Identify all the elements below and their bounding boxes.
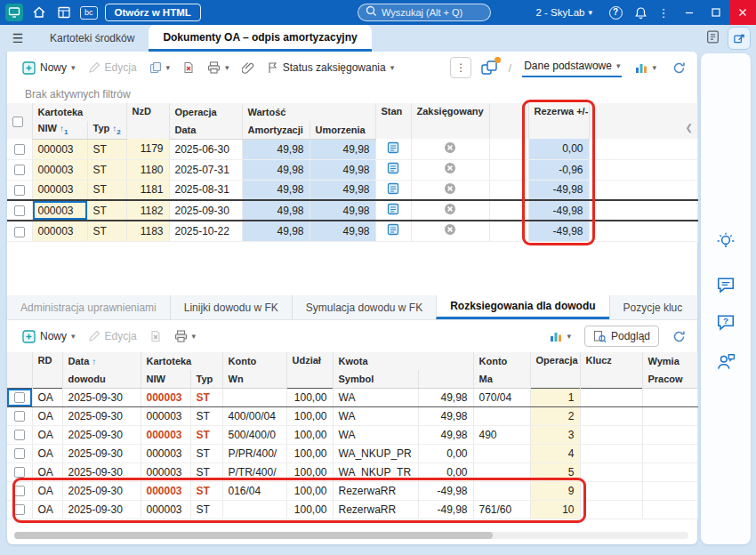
col-kartoteka[interactable]: Kartoteka xyxy=(141,352,222,370)
contact-person-icon[interactable] xyxy=(716,352,736,372)
cell-amortyzacji[interactable]: 49,98 xyxy=(242,180,310,200)
cell-amortyzacji[interactable]: 49,98 xyxy=(242,139,310,159)
cell-kwota[interactable]: 49,98 xyxy=(418,388,473,406)
row-checkbox[interactable] xyxy=(14,467,25,478)
workflow-button[interactable] xyxy=(481,60,498,76)
cell-konto-ma[interactable]: 490 xyxy=(473,425,530,444)
col-konto-wn[interactable]: Konto xyxy=(222,352,286,370)
cell-symbol[interactable]: RezerwaRR xyxy=(333,481,418,500)
col-umorzenia[interactable]: Umorzenia xyxy=(310,121,375,139)
cell-klucz[interactable] xyxy=(580,444,642,462)
bc-icon[interactable]: bc xyxy=(80,6,98,20)
detail-refresh-button[interactable] xyxy=(670,325,688,348)
help-chat-icon[interactable]: ? xyxy=(716,313,736,333)
hamburger-menu-icon[interactable]: ☰ xyxy=(0,25,36,52)
new-button[interactable]: Nowy ▾ xyxy=(16,56,82,79)
preview-button[interactable]: Podgląd xyxy=(584,326,659,347)
chat-icon[interactable] xyxy=(716,276,736,295)
cell-klucz[interactable] xyxy=(580,462,642,481)
tab-administracja-uprawnieniami[interactable]: Administracja uprawnieniami xyxy=(7,295,170,319)
cell-klucz[interactable] xyxy=(580,481,642,500)
cell-niw[interactable]: 000003 xyxy=(141,500,190,519)
help-icon[interactable]: ? xyxy=(605,2,626,23)
search-input[interactable] xyxy=(382,7,481,18)
cell-niw[interactable]: 000003 xyxy=(32,200,87,221)
cell-data-dowodu[interactable]: 2025-09-30 xyxy=(62,406,141,425)
cell-rd[interactable]: OA xyxy=(32,444,62,462)
cell-stan[interactable] xyxy=(375,180,411,200)
col-pracownik[interactable]: Pracow xyxy=(642,370,697,388)
tab-linijki-dowodu-fk[interactable]: Linijki dowodu w FK xyxy=(170,295,292,319)
cell-konto-wn[interactable] xyxy=(222,500,286,519)
cell-kwota[interactable]: 0,00 xyxy=(418,462,473,481)
tab-pozycje-klucza[interactable]: Pozycje kluc xyxy=(609,295,696,319)
cell-udzial[interactable]: 100,00 xyxy=(286,388,333,406)
cell-operacja[interactable]: 2 xyxy=(530,406,580,425)
refresh-button[interactable] xyxy=(670,56,688,79)
tab-symulacja-dowodu-fk[interactable]: Symulacja dowodu w FK xyxy=(292,295,436,319)
col-data[interactable]: Data xyxy=(169,121,242,139)
user-menu[interactable]: 2 - SkyLab ▾ xyxy=(535,7,592,18)
cell-rezerwa[interactable]: -0,96 xyxy=(528,159,589,180)
cell-udzial[interactable]: 100,00 xyxy=(286,462,333,481)
cell-umorzenia[interactable]: 49,98 xyxy=(310,180,375,200)
cell-symbol[interactable]: WA xyxy=(333,406,418,425)
copy-button[interactable]: ▾ xyxy=(143,56,177,79)
cell-zaksiegowany[interactable] xyxy=(411,221,489,241)
cell-klucz[interactable] xyxy=(580,406,642,425)
row-checkbox[interactable] xyxy=(14,392,25,403)
cell-typ[interactable]: ST xyxy=(190,406,222,425)
row-checkbox[interactable] xyxy=(14,504,25,515)
share-panel-button[interactable] xyxy=(728,27,751,50)
col-stan[interactable]: Stan xyxy=(375,103,411,139)
cell-typ[interactable]: ST xyxy=(87,200,126,221)
more-actions-button[interactable]: ⋮ xyxy=(450,57,471,78)
col-niw[interactable]: NIW xyxy=(141,370,190,388)
cell-niw[interactable]: 000003 xyxy=(141,388,190,406)
print-button[interactable]: ▾ xyxy=(201,56,236,79)
cell-data[interactable]: 2025-06-30 xyxy=(169,139,242,159)
document-row[interactable]: 000003ST11832025-10-2249,9849,98-49,98 xyxy=(7,221,697,241)
col-nzd[interactable]: NzD xyxy=(126,103,169,139)
cell-niw[interactable]: 000003 xyxy=(32,159,87,180)
cell-typ[interactable]: ST xyxy=(87,221,126,241)
col-rd[interactable]: RD xyxy=(32,352,62,388)
app-logo[interactable] xyxy=(4,2,25,23)
cell-data-dowodu[interactable]: 2025-09-30 xyxy=(62,425,141,444)
col-operacja[interactable]: Operacja xyxy=(169,103,242,121)
tab-rozksiegowania-dla-dowodu[interactable]: Rozksiegowania dla dowodu xyxy=(436,295,608,319)
col-kartoteka[interactable]: Kartoteka xyxy=(32,103,126,121)
cell-konto-wn[interactable]: P/PR/400/ xyxy=(222,444,286,462)
cell-rd[interactable]: OA xyxy=(32,481,62,500)
cell-operacja[interactable]: 9 xyxy=(530,481,580,500)
cell-klucz[interactable] xyxy=(580,425,642,444)
cell-nzd[interactable]: 1183 xyxy=(126,221,169,241)
cell-nzd[interactable]: 1179 xyxy=(126,139,169,159)
cell-data-dowodu[interactable]: 2025-09-30 xyxy=(62,462,141,481)
cell-data-dowodu[interactable]: 2025-09-30 xyxy=(62,500,141,519)
cell-data[interactable]: 2025-08-31 xyxy=(169,180,242,200)
tab-kartoteki-srodkow[interactable]: Kartoteki środków xyxy=(36,25,149,52)
cell-stan[interactable] xyxy=(375,159,411,180)
open-in-html-button[interactable]: Otwórz w HTML xyxy=(105,4,201,21)
cell-umorzenia[interactable]: 49,98 xyxy=(310,159,375,180)
global-search[interactable] xyxy=(358,4,491,21)
cell-konto-wn[interactable]: 500/400/0 xyxy=(222,425,286,444)
row-checkbox[interactable] xyxy=(14,205,25,216)
cell-nzd[interactable]: 1182 xyxy=(126,200,169,221)
row-checkbox[interactable] xyxy=(14,227,25,237)
cell-amortyzacji[interactable]: 49,98 xyxy=(242,159,310,180)
home-icon[interactable] xyxy=(28,2,50,23)
col-klucz[interactable]: Klucz xyxy=(580,352,642,388)
cell-nzd[interactable]: 1181 xyxy=(126,180,169,200)
cell-kwota[interactable]: -49,98 xyxy=(418,500,473,519)
cell-niw[interactable]: 000003 xyxy=(141,481,190,500)
row-checkbox[interactable] xyxy=(14,144,25,155)
cell-niw[interactable]: 000003 xyxy=(141,462,190,481)
cell-typ[interactable]: ST xyxy=(87,180,126,200)
cell-konto-wn[interactable]: 016/04 xyxy=(222,481,286,500)
posting-row[interactable]: OA2025-09-30000003ST016/04100,00RezerwaR… xyxy=(7,481,697,500)
cell-typ[interactable]: ST xyxy=(190,444,222,462)
cell-operacja[interactable]: 5 xyxy=(530,462,580,481)
notifications-bell-icon[interactable] xyxy=(630,2,651,23)
